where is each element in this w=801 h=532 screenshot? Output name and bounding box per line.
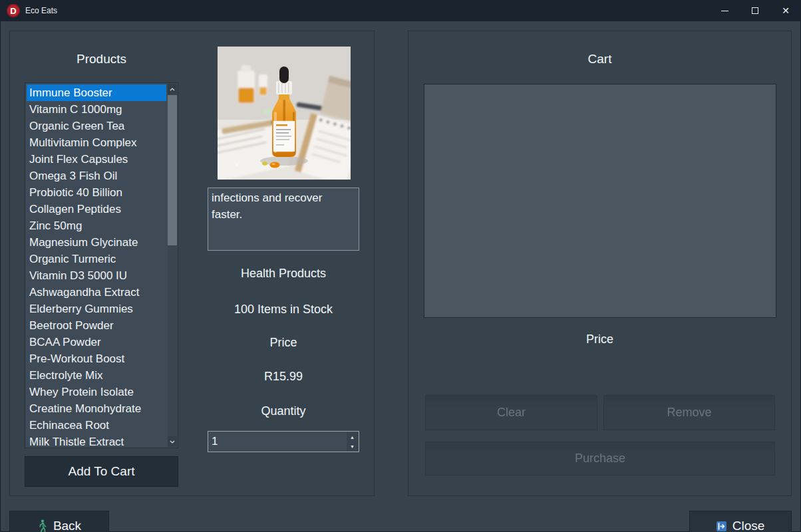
back-button-label: Back (53, 519, 81, 532)
list-item[interactable]: Whey Protein Isolate (27, 384, 166, 400)
maximize-button[interactable] (740, 0, 770, 21)
maximize-icon (752, 7, 758, 14)
list-item[interactable]: Electrolyte Mix (27, 367, 166, 384)
list-item[interactable]: Multivitamin Complex (27, 134, 166, 151)
list-item[interactable]: Echinacea Root (27, 417, 166, 434)
title-bar: D Eco Eats ✕ (0, 0, 801, 21)
quantity-value: 1 (212, 432, 218, 452)
price-value: R15.99 (208, 370, 359, 384)
product-image (218, 47, 351, 180)
list-item[interactable]: BCAA Powder (27, 334, 166, 350)
window-title: Eco Eats (25, 6, 57, 15)
close-button-label: Close (732, 519, 765, 532)
list-item[interactable]: Probiotic 40 Billion (27, 184, 166, 201)
list-item[interactable]: Elderberry Gummies (27, 301, 166, 317)
products-listbox[interactable]: Immune BoosterVitamin C 1000mgOrganic Gr… (25, 82, 178, 448)
scroll-up-button[interactable] (168, 84, 177, 94)
list-item[interactable]: Milk Thistle Extract (27, 434, 166, 448)
products-list: Immune BoosterVitamin C 1000mgOrganic Gr… (27, 84, 166, 448)
stock-label: 100 Items in Stock (208, 303, 359, 317)
scroll-down-button[interactable] (168, 436, 177, 447)
spinner-up-button[interactable]: ▲ (347, 432, 358, 442)
clear-button[interactable]: Clear (425, 395, 597, 430)
add-to-cart-button[interactable]: Add To Cart (25, 456, 178, 487)
window-controls: ✕ (709, 0, 801, 21)
cart-panel: Cart Price Clear Remove Purchase (408, 31, 792, 496)
cart-heading: Cart (408, 52, 791, 66)
list-item[interactable]: Vitamin C 1000mg (27, 101, 166, 118)
close-window-button[interactable]: ✕ (770, 0, 801, 21)
quantity-stepper[interactable]: 1 ▲ ▼ (208, 431, 359, 452)
products-panel: Products Immune BoosterVitamin C 1000mgO… (9, 31, 375, 496)
list-item[interactable]: Vitamin D3 5000 IU (27, 267, 166, 284)
list-item[interactable]: Omega 3 Fish Oil (27, 168, 166, 184)
list-item[interactable]: Collagen Peptides (27, 201, 166, 217)
app-window: { "window": { "title": "Eco Eats", "logo… (0, 0, 801, 532)
scrollbar-thumb[interactable] (168, 95, 177, 245)
list-item[interactable]: Pre-Workout Boost (27, 350, 166, 367)
minimize-icon (721, 11, 728, 11)
cart-price-label: Price (408, 332, 791, 346)
cart-listbox[interactable] (424, 84, 776, 318)
app-logo-icon: D (7, 4, 20, 17)
list-item[interactable]: Joint Flex Capsules (27, 151, 166, 168)
purchase-button[interactable]: Purchase (425, 442, 775, 475)
list-item[interactable]: Magnesium Glycinate (27, 234, 166, 251)
spinner-arrows: ▲ ▼ (347, 432, 358, 451)
list-item[interactable]: Creatine Monohydrate (27, 400, 166, 417)
products-scrollbar[interactable] (168, 84, 177, 447)
remove-button[interactable]: Remove (603, 395, 775, 430)
spinner-down-button[interactable]: ▼ (347, 442, 358, 451)
close-icon: ✕ (782, 6, 790, 15)
quantity-label: Quantity (208, 404, 359, 418)
list-item[interactable]: Immune Booster (27, 84, 166, 101)
minimize-button[interactable] (709, 0, 740, 21)
walking-person-icon (37, 519, 47, 532)
list-item[interactable]: Beetroot Powder (27, 317, 166, 334)
chevron-up-icon (170, 88, 175, 91)
list-item[interactable]: Zinc 50mg (27, 217, 166, 234)
price-label: Price (208, 336, 359, 350)
close-button[interactable]: Close (689, 511, 792, 532)
products-heading: Products (25, 52, 178, 66)
list-item[interactable]: Ashwagandha Extract (27, 284, 166, 301)
chevron-down-icon (170, 440, 175, 444)
list-item[interactable]: Organic Turmeric (27, 251, 166, 267)
exit-arrow-icon (717, 521, 726, 531)
category-label: Health Products (208, 267, 359, 281)
description-textbox[interactable]: infections and recover faster. (208, 188, 359, 251)
list-item[interactable]: Organic Green Tea (27, 118, 166, 134)
back-button[interactable]: Back (9, 511, 109, 532)
